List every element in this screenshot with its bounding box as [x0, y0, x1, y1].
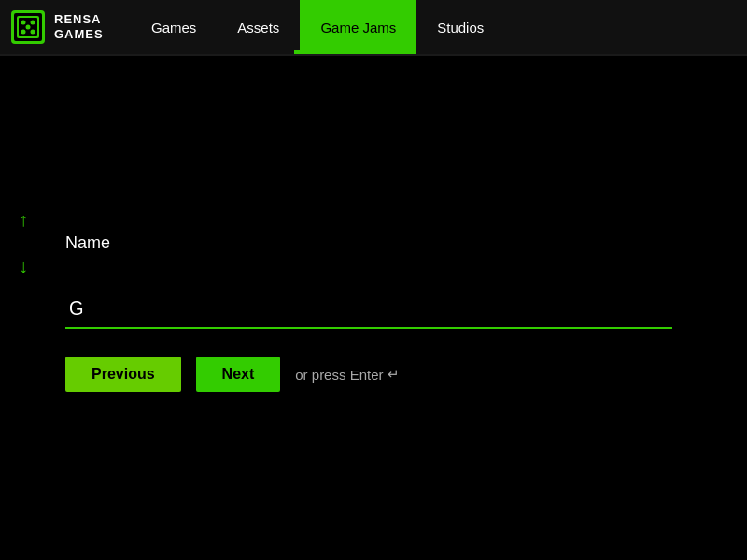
action-row: Previous Next or press Enter ↵ [65, 357, 691, 392]
svg-point-6 [26, 25, 31, 30]
nav-links: Games Assets Game Jams Studios [131, 0, 504, 54]
logo-text: RENSA GAMES [54, 12, 104, 41]
next-button[interactable]: Next [196, 357, 281, 392]
input-area [65, 290, 691, 329]
nav-studios[interactable]: Studios [416, 0, 504, 54]
name-input[interactable] [65, 290, 672, 329]
svg-point-5 [31, 21, 35, 25]
navbar: RENSA GAMES Games Assets Game Jams Studi… [0, 0, 747, 56]
enter-symbol: ↵ [388, 366, 400, 383]
nav-assets[interactable]: Assets [217, 0, 300, 54]
svg-point-7 [21, 30, 26, 35]
main-content: Name Previous Next or press Enter ↵ [0, 56, 747, 429]
nav-game-jams[interactable]: Game Jams [300, 0, 416, 54]
field-label: Name [65, 233, 691, 253]
svg-point-8 [31, 30, 35, 35]
previous-button[interactable]: Previous [65, 357, 181, 392]
logo: RENSA GAMES [0, 8, 131, 46]
logo-icon [9, 8, 47, 46]
nav-games[interactable]: Games [131, 0, 217, 54]
svg-point-4 [21, 21, 26, 25]
enter-hint: or press Enter ↵ [295, 366, 399, 383]
active-tab-indicator [294, 50, 381, 54]
